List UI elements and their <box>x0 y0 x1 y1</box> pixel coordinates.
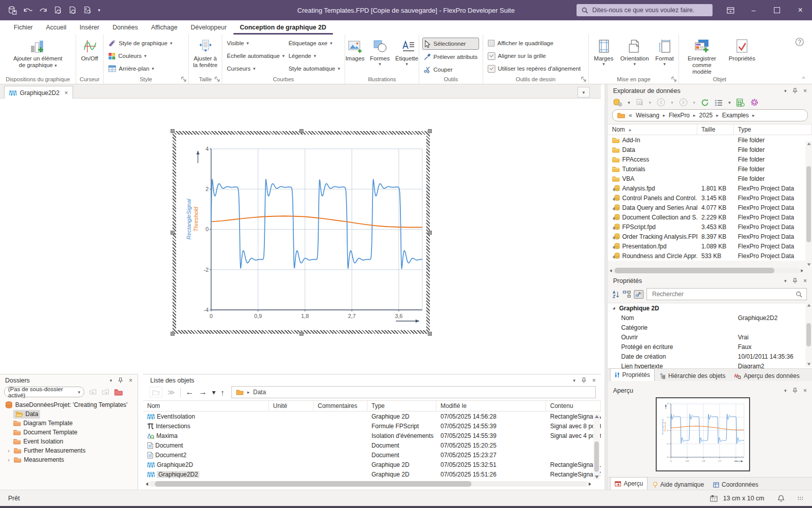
redo-icon[interactable] <box>39 7 48 14</box>
properties-search-input[interactable] <box>651 290 793 298</box>
path-collapse[interactable]: « <box>629 112 632 119</box>
expand-chevron-icon[interactable]: › <box>6 457 11 463</box>
pin-icon[interactable] <box>793 388 797 394</box>
save-as-template-button[interactable]: Enregistrercomme modèle <box>681 37 723 76</box>
col-type[interactable]: Type <box>367 401 436 411</box>
open-parent-folder-icon[interactable] <box>149 387 162 398</box>
objects-vscrollbar[interactable] <box>593 414 600 480</box>
save-database-icon[interactable] <box>8 6 17 15</box>
filter-icon[interactable] <box>636 99 644 106</box>
object-row[interactable]: MaximaIsolation d'événements07/05/2025 1… <box>143 431 601 440</box>
visible-button[interactable]: Visible▾ <box>225 38 287 49</box>
cut-button[interactable]: Couper <box>422 64 479 75</box>
tab-affichage[interactable]: Affichage <box>145 24 184 35</box>
folder-root[interactable]: BaseDonnéesProjet: 'Creating Templates' <box>0 400 138 409</box>
document-canvas[interactable]: -4-202400,91,82,73,6RectangleSignalThres… <box>0 99 601 371</box>
col-nom[interactable]: Nom▲ <box>608 124 697 135</box>
pin-icon[interactable] <box>582 377 586 384</box>
collapse-triangle-icon[interactable] <box>612 306 616 310</box>
refresh-all-icon[interactable] <box>69 6 77 15</box>
properties-vscrollbar[interactable] <box>805 303 812 367</box>
col-unite[interactable]: Unité <box>269 401 314 411</box>
chart-style-button[interactable]: Style de graphique▾ <box>107 38 174 49</box>
document-list-dropdown[interactable]: ▾ <box>578 87 590 98</box>
object-row[interactable]: Document2Document07/05/2025 15:23:27 <box>143 450 601 460</box>
tab-apercu[interactable]: Aperçu <box>610 477 648 490</box>
object-row[interactable]: Graphique2DGraphique 2D07/05/2025 15:32:… <box>143 460 601 469</box>
snap-to-grid-checkbox[interactable]: Aligner sur la grille <box>486 50 582 61</box>
properties-button[interactable]: Propriétés <box>726 37 758 63</box>
property-row[interactable]: Catégorie <box>608 323 812 332</box>
resize-handle-w[interactable] <box>171 231 175 235</box>
explorer-row[interactable]: Analysis.fpd1.801 KBFlexPro Project Data <box>608 183 812 193</box>
back-menu-icon[interactable]: ▾ <box>671 101 673 105</box>
object-row[interactable]: DocumentDocument07/05/2025 15:20:25 <box>143 440 601 450</box>
folder-item-diagram-template[interactable]: Diagram Template <box>0 419 138 428</box>
folder-item-measurements[interactable]: ›Measurements <box>0 455 138 464</box>
refresh-object-icon[interactable] <box>54 6 62 15</box>
col-commentaires[interactable]: Commentaires <box>314 401 367 411</box>
data-source-icon[interactable] <box>613 99 622 107</box>
data-source-menu-icon[interactable]: ▾ <box>628 101 630 105</box>
refresh-pending-icon[interactable] <box>83 6 92 15</box>
nav-back-icon[interactable]: ← <box>186 388 194 397</box>
resize-handle-nw[interactable] <box>171 129 175 133</box>
close-panel-icon[interactable]: × <box>129 377 132 384</box>
close-panel-icon[interactable]: × <box>803 387 807 394</box>
tab-accueil[interactable]: Accueil <box>40 24 73 35</box>
object-row[interactable]: IntersectionsFormule FPScript07/05/2025 … <box>143 421 601 431</box>
qat-customize-icon[interactable]: ▾ <box>98 8 100 12</box>
resize-grip[interactable] <box>798 497 803 500</box>
back-circle-icon[interactable] <box>657 98 665 107</box>
object-breadcrumb[interactable]: ▸ Data <box>231 386 596 398</box>
resize-handle-se[interactable] <box>428 332 432 336</box>
breadcrumb-folder[interactable]: Data <box>253 389 266 396</box>
toggle-description-icon[interactable] <box>634 290 644 299</box>
panel-menu-icon[interactable]: ▾ <box>784 389 787 393</box>
property-value[interactable]: Graphique2D2 <box>736 314 812 322</box>
nav-forward-icon[interactable]: → <box>199 388 207 397</box>
page-dialog-launcher-icon[interactable] <box>671 77 677 82</box>
ribbon-display-options-icon[interactable] <box>719 0 742 20</box>
settings-gear-icon[interactable] <box>750 98 759 107</box>
shapes-button[interactable]: Formes ▾ <box>368 37 392 67</box>
explorer-row[interactable]: VBAFile folder <box>608 174 812 183</box>
explorer-row[interactable]: TutorialsFile folder <box>608 164 812 174</box>
images-button[interactable]: Images <box>344 37 367 63</box>
resize-handle-e[interactable] <box>428 231 432 235</box>
notifications-bell-icon[interactable] <box>777 495 785 502</box>
margins-button[interactable]: Marges ▾ <box>591 37 617 67</box>
dessin-dialog-launcher-icon[interactable] <box>581 77 587 82</box>
forward-circle-icon[interactable] <box>679 98 688 107</box>
close-panel-icon[interactable]: × <box>803 277 807 284</box>
document-tab-graphique2d2[interactable]: Graphique2D2 × <box>4 86 73 99</box>
taille-dialog-launcher-icon[interactable] <box>215 77 220 82</box>
selected-folder[interactable]: Data <box>13 410 40 419</box>
object-row[interactable]: EventIsolationGraphique 2D07/05/2025 14:… <box>143 411 601 421</box>
explorer-row[interactable]: Presentation.fpd1.089 KBFlexPro Project … <box>608 241 812 251</box>
resize-handle-ne[interactable] <box>428 129 432 133</box>
alignment-guides-checkbox[interactable]: Utiliser les repères d'alignement <box>486 63 582 74</box>
property-row[interactable]: Protégé en écritureFaux <box>608 342 812 352</box>
explorer-row[interactable]: Document Collection and S...2.229 KBFlex… <box>608 212 812 222</box>
chart-preview-thumbnail[interactable]: -4-202400,91,82,73,6RectangleSignalThres… <box>656 397 750 471</box>
col-taille[interactable]: Taille <box>697 124 734 135</box>
explorer-row[interactable]: DataFile folder <box>608 145 812 154</box>
pin-icon[interactable] <box>793 278 797 284</box>
fit-to-window-button[interactable]: Ajuster àla fenêtre <box>188 37 223 70</box>
explorer-row[interactable]: FPAccessFile folder <box>608 154 812 164</box>
label-button[interactable]: Étiquette ▾ <box>393 37 421 67</box>
pin-icon[interactable] <box>793 88 797 94</box>
resize-handle-s[interactable] <box>299 332 303 336</box>
refresh-icon[interactable] <box>701 99 709 107</box>
explorer-path-bar[interactable]: « Weisang▸FlexPro▸2025▸Examples▸ <box>612 109 808 121</box>
resize-handle-n[interactable] <box>299 129 303 133</box>
orientation-button[interactable]: Orientation ▾ <box>619 37 651 67</box>
property-value[interactable]: Vrai <box>736 334 812 341</box>
tab-coordonnees[interactable]: Coordonnées <box>709 480 762 490</box>
tab-hierarchie-objets[interactable]: Hiérarchie des objets <box>656 371 730 381</box>
path-segment-weisang[interactable]: Weisang <box>636 112 659 119</box>
close-panel-icon[interactable]: × <box>803 87 807 94</box>
show-grid-button[interactable]: Afficher le quadrillage <box>486 38 582 49</box>
folder-item-data[interactable]: Data <box>0 409 138 419</box>
